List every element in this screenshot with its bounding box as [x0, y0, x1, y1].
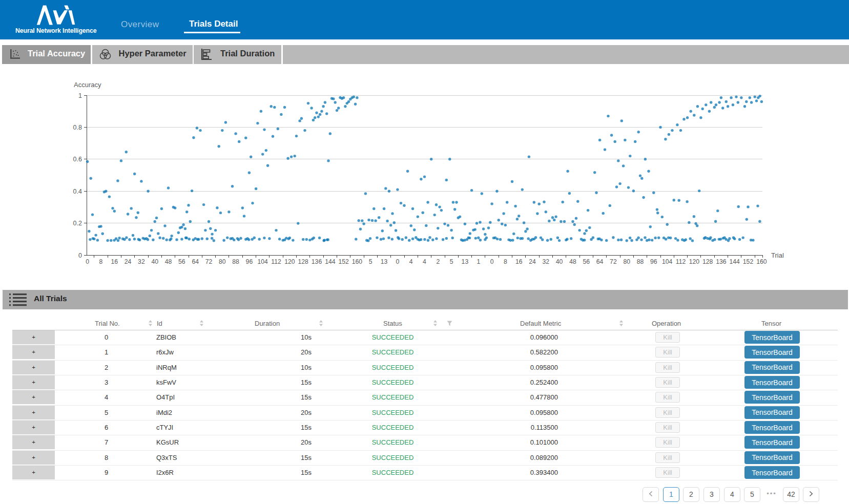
svg-text:56: 56 [178, 258, 185, 265]
svg-text:32: 32 [138, 258, 145, 265]
svg-text:104: 104 [258, 258, 268, 265]
svg-text:112: 112 [271, 258, 281, 265]
svg-text:0: 0 [78, 252, 82, 259]
svg-text:8: 8 [504, 258, 507, 265]
svg-text:72: 72 [610, 258, 617, 265]
svg-text:64: 64 [192, 258, 199, 265]
svg-text:160: 160 [756, 258, 767, 265]
svg-text:120: 120 [284, 258, 295, 265]
svg-text:128: 128 [298, 258, 309, 265]
svg-text:5: 5 [450, 258, 453, 265]
svg-text:32: 32 [543, 258, 550, 265]
svg-text:152: 152 [338, 258, 349, 265]
svg-text:0.2: 0.2 [73, 220, 82, 227]
svg-text:0: 0 [490, 258, 494, 265]
svg-text:96: 96 [650, 258, 657, 265]
svg-text:120: 120 [689, 258, 700, 265]
svg-text:112: 112 [676, 258, 686, 265]
svg-text:0: 0 [86, 258, 89, 265]
svg-text:40: 40 [151, 258, 158, 265]
svg-text:88: 88 [232, 258, 239, 265]
svg-text:48: 48 [165, 258, 172, 265]
svg-text:2: 2 [436, 258, 440, 265]
svg-text:16: 16 [111, 258, 118, 265]
svg-text:64: 64 [596, 258, 604, 265]
svg-text:72: 72 [205, 258, 213, 265]
svg-text:48: 48 [569, 258, 576, 265]
svg-text:96: 96 [246, 258, 253, 265]
svg-text:144: 144 [325, 258, 336, 265]
svg-text:1: 1 [78, 92, 82, 99]
svg-text:144: 144 [730, 258, 740, 265]
svg-text:1: 1 [477, 258, 480, 265]
svg-text:Trial: Trial [771, 251, 784, 259]
svg-text:4: 4 [423, 258, 426, 265]
svg-text:16: 16 [515, 258, 523, 265]
svg-text:80: 80 [623, 258, 630, 265]
svg-text:104: 104 [662, 258, 673, 265]
svg-text:136: 136 [716, 258, 727, 265]
svg-text:80: 80 [219, 258, 226, 265]
svg-text:8: 8 [99, 258, 103, 265]
svg-text:0.8: 0.8 [73, 124, 82, 131]
svg-text:56: 56 [583, 258, 590, 265]
svg-text:24: 24 [125, 258, 132, 265]
svg-text:40: 40 [556, 258, 563, 265]
svg-text:0.6: 0.6 [73, 156, 82, 163]
svg-text:136: 136 [312, 258, 322, 265]
svg-text:88: 88 [637, 258, 644, 265]
svg-text:13: 13 [381, 258, 388, 265]
svg-text:152: 152 [743, 258, 754, 265]
svg-text:5: 5 [369, 258, 372, 265]
svg-text:4: 4 [409, 258, 413, 265]
svg-text:0.4: 0.4 [73, 188, 82, 195]
svg-text:160: 160 [352, 258, 363, 265]
svg-text:24: 24 [529, 258, 536, 265]
svg-text:128: 128 [702, 258, 713, 265]
svg-text:Accuracy: Accuracy [74, 81, 101, 89]
svg-text:0: 0 [396, 258, 400, 265]
svg-text:13: 13 [462, 258, 469, 265]
